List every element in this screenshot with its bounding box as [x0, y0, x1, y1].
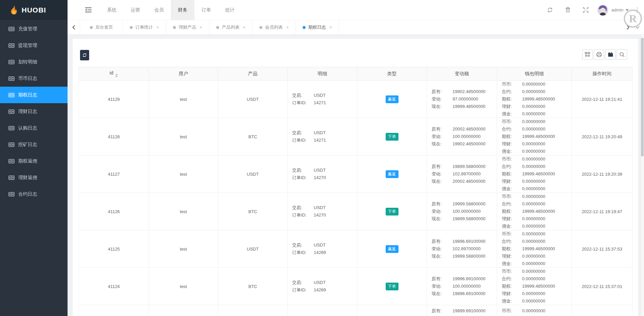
column-header-1[interactable]: id — [79, 67, 149, 81]
cell-wallet: 币币:0.00000000合约:0.00000000期权:19999.48500… — [497, 230, 572, 268]
columns-filter-button[interactable] — [582, 49, 593, 60]
column-header-4[interactable]: 明细 — [288, 67, 357, 81]
sidebar-item-8[interactable]: 挖矿日志 — [0, 136, 68, 153]
sidebar-item-7[interactable]: 认购日志 — [0, 120, 68, 136]
header: 系统运营会员财务订单统计 — [68, 0, 644, 20]
nav-item-3[interactable]: 会员 — [147, 0, 171, 20]
cell-product: BTC — [218, 118, 288, 155]
tab-3[interactable]: 理财产品× — [166, 20, 209, 34]
nav-item-1[interactable]: 系统 — [100, 0, 124, 20]
fullscreen-icon[interactable] — [583, 7, 589, 13]
cell-wallet: 币币:0.00000000合约:0.00000000期权:19999.48500… — [497, 268, 572, 305]
export-button[interactable] — [605, 49, 616, 60]
kv-line: 理财:0.00000000 — [502, 215, 571, 223]
column-header-7[interactable]: 钱包明细 — [497, 67, 572, 81]
tab-close-icon[interactable]: × — [243, 25, 246, 30]
kv-line: 订单ID:14270 — [292, 174, 357, 181]
column-header-label: 钱包明细 — [525, 71, 544, 76]
cell-user: test — [149, 155, 218, 193]
kv-value: 19999.48500000 — [522, 170, 555, 178]
kv-value: 0.00000000 — [522, 118, 545, 125]
cell-type: 赢返 — [357, 81, 427, 118]
tab-close-icon[interactable]: × — [200, 25, 202, 30]
column-header-2[interactable]: 用户 — [149, 67, 218, 81]
tab-close-icon[interactable]: × — [286, 25, 289, 30]
column-header-3[interactable]: 产品 — [218, 67, 288, 81]
kv-key: 合约: — [502, 315, 522, 316]
column-header-8[interactable]: 操作时间 — [572, 67, 633, 81]
kv-line: 原有:19896.69100000 — [432, 238, 497, 245]
header-right: admin ⋮ — [547, 5, 644, 16]
table-row: 41124testBTC交易:USDT订单ID:14269下单原有:19996.… — [79, 268, 633, 305]
kv-key: 币币: — [502, 118, 522, 125]
tab-label: 后台首页 — [96, 24, 113, 30]
tab-close-icon[interactable]: × — [329, 25, 332, 30]
nav-item-5[interactable]: 订单 — [195, 0, 218, 20]
column-header-6[interactable]: 变动额 — [427, 67, 497, 81]
column-header-label: id — [110, 70, 113, 76]
cell-product: BTC — [218, 268, 288, 305]
table-row: 41129testUSDT交易:USDT订单ID:14271赢返原有:19902… — [79, 81, 633, 118]
tab-1[interactable]: 后台首页 — [80, 20, 123, 34]
tab-6[interactable]: 期权日志× — [296, 20, 339, 34]
sidebar-item-5[interactable]: 期权日志 — [0, 87, 68, 103]
sidebar-item-label: 挖矿日志 — [18, 142, 37, 148]
kv-value: 14271 — [314, 137, 326, 144]
sidebar-item-11[interactable]: 合约日志 — [0, 186, 68, 202]
tab-strip: 后台首页订单统计×理财产品×产品列表×会员列表×期权日志× — [80, 20, 339, 34]
nav-item-2[interactable]: 运营 — [124, 0, 147, 20]
avatar[interactable] — [597, 5, 608, 16]
sidebar-item-6[interactable]: 理财日志 — [0, 103, 68, 120]
tab-dot-icon — [130, 26, 133, 29]
cell-user: test — [149, 230, 218, 268]
sidebar-item-3[interactable]: 划转明细 — [0, 54, 68, 70]
sidebar-item-9[interactable]: 期权返佣 — [0, 153, 68, 169]
logo[interactable]: HUOBI — [0, 0, 68, 20]
print-button[interactable] — [594, 49, 604, 60]
tab-label: 会员列表 — [265, 24, 283, 30]
kv-line: 订单ID:14271 — [292, 99, 357, 107]
trash-icon[interactable] — [565, 7, 571, 13]
cell-change: 原有:19899.69100000 — [427, 305, 497, 316]
sidebar-item-4[interactable]: 币币日志 — [0, 70, 68, 87]
table-refresh-button[interactable] — [80, 50, 89, 60]
kv-key: 变动: — [432, 170, 453, 178]
kv-line: 期权:19999.48500000 — [502, 170, 571, 178]
kv-line: 原有:19902.48500000 — [432, 88, 497, 95]
cell-user: test — [149, 118, 218, 155]
tab-5[interactable]: 会员列表× — [253, 20, 296, 34]
kv-value: 0.00000000 — [522, 268, 545, 275]
search-button[interactable] — [617, 49, 627, 60]
sidebar-item-10[interactable]: 理财返佣 — [0, 169, 68, 186]
kv-line: 现在:20002.48500000 — [432, 178, 497, 185]
kv-line: 订单ID:14270 — [292, 211, 357, 219]
tab-4[interactable]: 产品列表× — [209, 20, 253, 34]
nav-item-6[interactable]: 统计 — [218, 0, 242, 20]
table-row: 原有:19899.69100000币币:0.00000000合约:0.00000… — [79, 305, 633, 316]
sort-icon[interactable] — [115, 74, 118, 78]
user-name[interactable]: admin — [612, 7, 623, 12]
kv-line: 合约:0.00000000 — [502, 275, 571, 283]
kv-value: 0.00000000 — [522, 238, 545, 245]
column-header-5[interactable]: 类型 — [357, 67, 427, 81]
tab-2[interactable]: 订单统计× — [123, 20, 166, 34]
tab-close-icon[interactable]: × — [156, 25, 159, 30]
cell-id: 41125 — [79, 230, 149, 268]
sidebar-item-1[interactable]: 充值管理 — [0, 21, 68, 37]
tabs-scroll-left-icon[interactable] — [68, 20, 80, 34]
cell-wallet: 币币:0.00000000合约:0.00000000期权:19999.48500… — [497, 81, 572, 118]
cell-wallet: 币币:0.00000000合约:0.00000000期权:19999.48500… — [497, 118, 572, 155]
collapse-sidebar-icon[interactable] — [85, 7, 92, 12]
cell-detail: 交易:USDT订单ID:14271 — [288, 118, 357, 155]
tab-dot-icon — [216, 26, 219, 29]
sidebar-item-2[interactable]: 提现管理 — [0, 37, 68, 54]
nav-item-4[interactable]: 财务 — [171, 0, 195, 20]
user-dropdown-caret-icon[interactable] — [625, 9, 629, 11]
kv-line: 变动:100.00000000 — [432, 133, 497, 140]
refresh-icon[interactable] — [547, 7, 553, 13]
money-icon — [8, 60, 15, 64]
page-scrollbar-thumb[interactable] — [641, 38, 644, 156]
tabs-dropdown-icon[interactable] — [631, 20, 643, 34]
more-menu-icon[interactable]: ⋮ — [634, 7, 640, 13]
change-lines: 原有:19996.69100000变动:100.00000000现在:19896… — [432, 275, 497, 297]
